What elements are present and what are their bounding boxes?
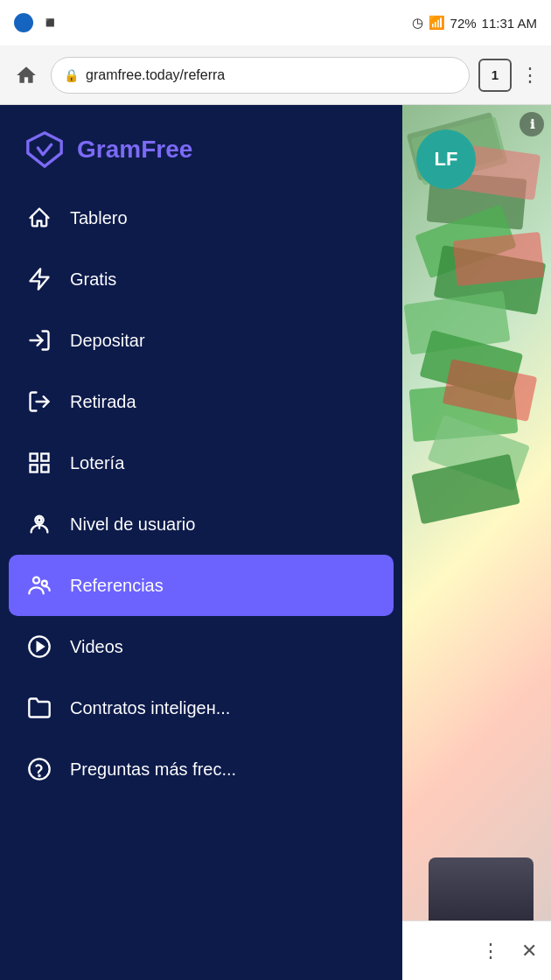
withdraw-icon bbox=[24, 387, 54, 416]
alarm-icon: ◷ bbox=[412, 15, 423, 31]
svg-marker-13 bbox=[38, 642, 44, 650]
sidebar-item-usuario[interactable]: Nivel de usuario bbox=[9, 494, 394, 555]
tab-count: 1 bbox=[492, 67, 499, 82]
brand-name: GramFree bbox=[77, 136, 192, 164]
svg-rect-5 bbox=[31, 465, 38, 472]
sidebar-item-tablero[interactable]: Tablero bbox=[9, 187, 394, 248]
battery-level: 72% bbox=[450, 16, 477, 31]
money-image: ℹ bbox=[402, 105, 551, 980]
wifi-icon: 📶 bbox=[429, 15, 445, 31]
svg-point-8 bbox=[38, 518, 42, 522]
svg-rect-25 bbox=[411, 454, 520, 525]
media-icon: ◾ bbox=[40, 13, 59, 32]
home-button[interactable] bbox=[10, 60, 42, 91]
grid-icon bbox=[24, 448, 54, 478]
sidebar-item-label-usuario: Nivel de usuario bbox=[70, 514, 195, 535]
sidebar-item-label-videos: Videos bbox=[70, 637, 123, 657]
sidebar: GramFree LF Tablero bbox=[0, 105, 402, 980]
references-icon bbox=[24, 570, 54, 600]
home-icon bbox=[24, 203, 54, 233]
svg-rect-6 bbox=[41, 465, 48, 472]
right-panel: ℹ bbox=[402, 105, 551, 980]
url-bar[interactable]: 🔒 gramfree.today/referra bbox=[51, 57, 470, 94]
status-bar-right: ◷ 📶 72% 11:31 AM bbox=[412, 15, 537, 31]
nav-list: Tablero Gratis bbox=[0, 187, 402, 800]
sidebar-item-retirada[interactable]: Retirada bbox=[9, 371, 394, 432]
sidebar-header: GramFree bbox=[0, 105, 402, 187]
avatar-initials: LF bbox=[435, 148, 458, 171]
tab-count-button[interactable]: 1 bbox=[478, 59, 512, 92]
deposit-icon bbox=[24, 326, 54, 355]
sidebar-item-label-gratis: Gratis bbox=[70, 270, 116, 290]
svg-point-10 bbox=[33, 578, 39, 584]
status-bar-left: ◾ bbox=[14, 13, 59, 32]
url-text: gramfree.today/referra bbox=[86, 67, 225, 83]
svg-rect-4 bbox=[41, 454, 48, 461]
sidebar-item-label-referencias: Referencias bbox=[70, 576, 164, 596]
user-level-icon bbox=[24, 509, 54, 539]
app-icon-circle bbox=[14, 13, 33, 32]
sidebar-item-label-loteria: Lotería bbox=[70, 453, 124, 473]
sidebar-item-gratis[interactable]: Gratis bbox=[9, 248, 394, 310]
sidebar-item-label-retirada: Retirada bbox=[70, 392, 136, 412]
sidebar-item-videos[interactable]: Videos bbox=[9, 616, 394, 677]
sidebar-item-label-contratos: Contratos inteligен... bbox=[70, 698, 230, 718]
time-display: 11:31 AM bbox=[482, 16, 537, 31]
browser-menu-button[interactable]: ⋮ bbox=[520, 64, 541, 87]
sidebar-item-contratos[interactable]: Contratos inteligен... bbox=[9, 677, 394, 738]
sidebar-item-depositar[interactable]: Depositar bbox=[9, 310, 394, 371]
brand-logo bbox=[24, 130, 65, 170]
main-area: GramFree LF Tablero bbox=[0, 105, 551, 980]
avatar: LF bbox=[416, 130, 476, 189]
sidebar-item-preguntas[interactable]: Preguntas más frec... bbox=[9, 738, 394, 800]
svg-marker-0 bbox=[28, 133, 61, 166]
sidebar-item-referencias[interactable]: Referencias bbox=[9, 555, 394, 616]
translate-menu-button[interactable]: ⋮ bbox=[481, 940, 500, 962]
video-icon bbox=[24, 632, 54, 662]
svg-rect-3 bbox=[31, 454, 38, 461]
svg-rect-27 bbox=[453, 232, 545, 286]
sidebar-item-label-tablero: Tablero bbox=[70, 208, 128, 228]
sidebar-item-loteria[interactable]: Lotería bbox=[9, 432, 394, 494]
svg-point-11 bbox=[42, 581, 47, 586]
status-bar: ◾ ◷ 📶 72% 11:31 AM bbox=[0, 0, 551, 46]
translate-close-button[interactable]: ✕ bbox=[521, 940, 537, 962]
svg-point-15 bbox=[38, 775, 39, 776]
lightning-icon bbox=[24, 264, 54, 294]
lock-icon: 🔒 bbox=[64, 68, 79, 82]
faq-icon bbox=[24, 754, 54, 784]
folder-icon bbox=[24, 693, 54, 723]
sidebar-item-label-preguntas: Preguntas más frec... bbox=[70, 760, 236, 780]
sidebar-item-label-depositar: Depositar bbox=[70, 331, 145, 351]
browser-bar: 🔒 gramfree.today/referra 1 ⋮ bbox=[0, 46, 551, 105]
